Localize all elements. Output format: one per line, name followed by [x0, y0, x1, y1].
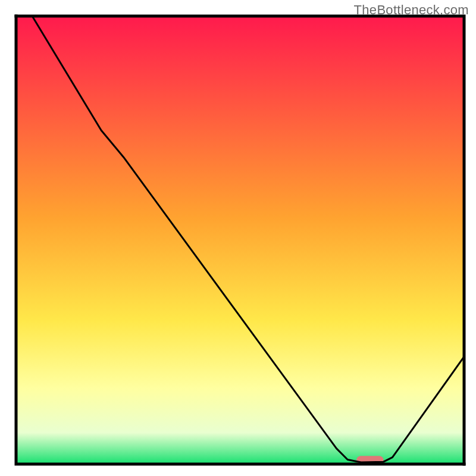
bottleneck-chart: TheBottleneck.com [0, 0, 476, 476]
chart-svg [0, 0, 476, 476]
watermark-text: TheBottleneck.com [354, 2, 469, 18]
plot-background [16, 16, 464, 464]
